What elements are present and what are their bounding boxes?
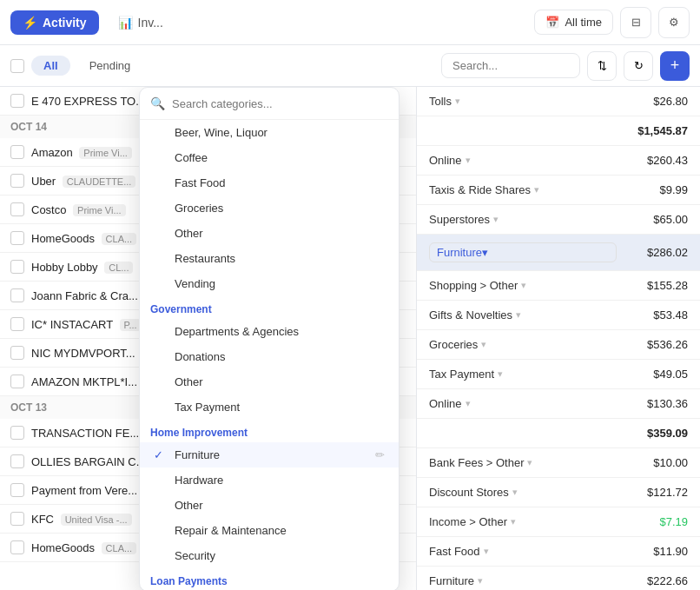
right-row-furniture2: Furniture ▾ $222.66	[417, 567, 700, 590]
tx-checkbox[interactable]	[10, 174, 24, 188]
dropdown-item[interactable]: Coffee	[140, 145, 399, 170]
search-input[interactable]	[441, 53, 580, 78]
category-online1[interactable]: Online ▾	[429, 154, 617, 167]
dropdown-item[interactable]: Hardware	[140, 467, 399, 493]
dropdown-item[interactable]: Other	[140, 369, 399, 394]
investments-icon: 📊	[118, 16, 133, 30]
tx-checkbox[interactable]	[10, 426, 24, 440]
btn-alltime-label: All time	[565, 16, 602, 29]
btn-refresh[interactable]: ↻	[624, 51, 653, 81]
furniture-dropdown-btn[interactable]: Furniture ▾	[429, 242, 617, 262]
category-item-label: Hardware	[175, 474, 223, 487]
tx-badge: Prime Vi...	[73, 204, 126, 216]
category-superstores[interactable]: Superstores ▾	[429, 213, 617, 226]
chevron-down-icon: ▾	[512, 487, 518, 498]
edit-icon[interactable]: ✏	[375, 448, 385, 461]
category-fastfood[interactable]: Fast Food ▾	[429, 545, 617, 558]
right-row-superstores: Superstores ▾ $65.00	[417, 205, 700, 235]
category-search-input[interactable]	[172, 97, 388, 110]
category-bankfees[interactable]: Bank Fees > Other ▾	[429, 456, 617, 469]
tx-checkbox[interactable]	[10, 202, 24, 216]
btn-alltime[interactable]: 📅 All time	[534, 10, 613, 35]
tx-checkbox[interactable]	[10, 375, 24, 388]
tab-investments[interactable]: 📊 Inv...	[106, 10, 175, 35]
dropdown-item[interactable]: Beer, Wine, Liquor	[140, 120, 399, 145]
amount-online2: $130.36	[627, 397, 688, 410]
tx-checkbox[interactable]	[10, 145, 24, 159]
right-row-bankfees: Bank Fees > Other ▾ $10.00	[417, 448, 700, 478]
dropdown-section-home: Home Improvement	[140, 420, 399, 442]
category-tolls[interactable]: Tolls ▾	[429, 95, 617, 108]
tx-checkbox[interactable]	[10, 454, 24, 468]
category-discount[interactable]: Discount Stores ▾	[429, 486, 617, 499]
dropdown-item[interactable]: Donations	[140, 344, 399, 369]
category-gifts[interactable]: Gifts & Novelties ▾	[429, 308, 617, 322]
dropdown-item[interactable]: ✓ Furniture ✏	[140, 442, 399, 467]
tx-checkbox[interactable]	[10, 346, 24, 360]
amount-furniture2: $222.66	[627, 574, 688, 587]
amount-fastfood: $11.90	[627, 545, 688, 558]
tx-checkbox[interactable]	[10, 317, 24, 331]
amount-tolls: $26.80	[627, 95, 688, 108]
category-income[interactable]: Income > Other ▾	[429, 515, 617, 528]
tx-checkbox[interactable]	[10, 231, 24, 245]
calendar-icon: 📅	[545, 16, 559, 29]
dropdown-item[interactable]: Tax Payment	[140, 394, 399, 420]
dropdown-section-government: Government	[140, 296, 399, 319]
right-row-discount: Discount Stores ▾ $121.72	[417, 478, 700, 507]
search-icon: 🔍	[150, 96, 165, 110]
tx-checkbox[interactable]	[10, 288, 24, 302]
tx-badge: CL...	[104, 262, 133, 274]
right-row-groceries: Groceries ▾ $536.26	[417, 330, 700, 360]
amount-taxpayment: $49.05	[627, 368, 688, 381]
amount-furniture1: $286.02	[627, 246, 688, 259]
right-row-online2: Online ▾ $130.36	[417, 389, 700, 419]
dropdown-item[interactable]: Security	[140, 543, 399, 568]
amount-income: $7.19	[627, 515, 688, 528]
dropdown-item[interactable]: Repair & Maintenance	[140, 518, 399, 543]
dropdown-item[interactable]: Departments & Agencies	[140, 319, 399, 344]
right-row-income: Income > Other ▾ $7.19	[417, 507, 700, 537]
btn-filter[interactable]: ⊟	[620, 7, 651, 38]
category-item-label: Other	[175, 499, 203, 512]
right-row-fastfood: Fast Food ▾ $11.90	[417, 537, 700, 567]
checkbox-select-all[interactable]	[10, 59, 24, 73]
amount-groceries: $536.26	[627, 338, 688, 351]
category-furniture2[interactable]: Furniture ▾	[429, 574, 617, 587]
category-shopping[interactable]: Shopping > Other ▾	[429, 279, 617, 292]
dropdown-item[interactable]: Other	[140, 493, 399, 518]
dropdown-item[interactable]: Vending	[140, 271, 399, 296]
tx-checkbox[interactable]	[10, 512, 24, 526]
dropdown-item[interactable]: Restaurants	[140, 246, 399, 271]
category-item-label: Coffee	[175, 151, 208, 164]
tx-badge: CLA...	[102, 233, 137, 245]
dropdown-item[interactable]: Fast Food	[140, 170, 399, 196]
btn-add[interactable]: +	[660, 51, 690, 81]
chevron-down-icon: ▾	[478, 575, 483, 587]
chevron-down-icon: ▾	[466, 155, 471, 166]
category-item-label: Fast Food	[175, 176, 226, 189]
tab-pending[interactable]: Pending	[77, 56, 143, 76]
chevron-down-icon: ▾	[481, 339, 486, 350]
dropdown-item[interactable]: Groceries	[140, 196, 399, 221]
tx-checkbox[interactable]	[10, 483, 24, 497]
amount-online1: $260.43	[627, 154, 688, 167]
category-taxis[interactable]: Taxis & Ride Shares ▾	[429, 183, 617, 196]
category-item-label: Tax Payment	[175, 401, 240, 414]
category-online2[interactable]: Online ▾	[429, 397, 617, 410]
tx-checkbox[interactable]	[10, 260, 24, 274]
category-groceries[interactable]: Groceries ▾	[429, 338, 617, 351]
chevron-down-icon: ▾	[527, 457, 532, 468]
tx-badge: P...	[120, 319, 142, 331]
tab-all[interactable]: All	[31, 56, 70, 76]
tx-checkbox[interactable]	[10, 540, 24, 554]
btn-sort[interactable]: ⇅	[587, 51, 617, 81]
dropdown-item[interactable]: Other	[140, 221, 399, 246]
category-taxpayment[interactable]: Tax Payment ▾	[429, 368, 617, 381]
total-amount-1: $1,545.87	[627, 124, 688, 137]
tx-checkbox[interactable]	[10, 94, 24, 108]
chevron-down-icon: ▾	[534, 184, 539, 196]
category-furniture1[interactable]: Furniture ▾	[429, 242, 617, 262]
btn-settings[interactable]: ⚙	[658, 7, 690, 38]
tab-activity[interactable]: ⚡ Activity	[10, 10, 99, 35]
